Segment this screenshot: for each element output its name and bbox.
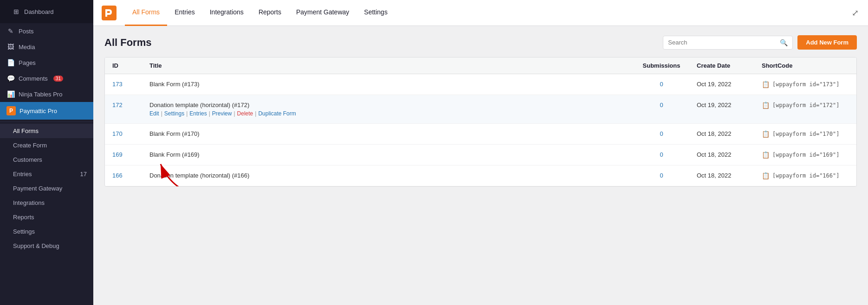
form-action-entries[interactable]: Entries — [189, 110, 207, 117]
sidebar-sub-item-support[interactable]: Support & Debug — [0, 239, 93, 253]
main-content: All Forms Entries Integrations Reports P… — [93, 0, 868, 305]
sidebar-item-posts[interactable]: ✎ Posts — [0, 23, 93, 39]
sidebar-sub-label: Integrations — [13, 199, 45, 206]
sidebar-sub-item-customers[interactable]: Customers — [0, 152, 93, 167]
sidebar-sub-item-settings[interactable]: Settings — [0, 224, 93, 239]
expand-icon[interactable]: ⤢ — [850, 6, 861, 20]
tab-payment-gateway[interactable]: Payment Gateway — [289, 0, 356, 26]
search-icon: 🔍 — [780, 39, 788, 46]
submissions-count[interactable]: 0 — [660, 130, 663, 137]
page-header-actions: 🔍 Add New Form — [663, 35, 857, 50]
form-action-settings[interactable]: Settings — [164, 110, 184, 117]
sidebar-sub-label: Support & Debug — [13, 242, 59, 249]
col-id: ID — [105, 57, 142, 74]
sidebar-item-ninja-tables[interactable]: 📊 Ninja Tables Pro — [0, 86, 93, 102]
sidebar-sub-item-payment-gateway[interactable]: Payment Gateway — [0, 181, 93, 196]
table-row: 169Blank Form (#169)0Oct 18, 2022📋[wppay… — [105, 145, 856, 165]
sidebar-sub-label: Payment Gateway — [13, 185, 62, 192]
topnav-tabs: All Forms Entries Integrations Reports P… — [125, 0, 395, 26]
submissions-count[interactable]: 0 — [660, 151, 663, 158]
paymattic-icon: P — [6, 106, 16, 115]
form-action-edit[interactable]: Edit — [149, 110, 159, 117]
shortcode-icon: 📋 — [762, 130, 770, 138]
page-title: All Forms — [104, 37, 151, 49]
sidebar-item-comments[interactable]: 💬 Comments 31 — [0, 70, 93, 86]
submissions-count[interactable]: 0 — [660, 102, 663, 108]
sidebar-sub-item-reports[interactable]: Reports — [0, 210, 93, 224]
form-action-duplicate-form[interactable]: Duplicate Form — [258, 110, 296, 117]
sidebar-item-label: Comments — [19, 75, 48, 82]
shortcode-icon: 📋 — [762, 81, 770, 88]
sidebar-item-media[interactable]: 🖼 Media — [0, 39, 93, 55]
tab-integrations[interactable]: Integrations — [202, 0, 251, 26]
action-separator: | — [209, 110, 210, 117]
forms-table: ID Title Submissions Create Date ShortCo… — [105, 57, 856, 186]
tab-all-forms[interactable]: All Forms — [125, 0, 167, 26]
tab-settings[interactable]: Settings — [356, 0, 395, 26]
shortcode-text: [wppayform id="173"] — [772, 81, 840, 88]
content-area: ID Title Submissions Create Date ShortCo… — [93, 57, 868, 305]
form-title: Donation template (horizontal) (#172) — [149, 102, 249, 108]
form-id-link[interactable]: 172 — [112, 102, 123, 108]
search-input[interactable] — [668, 39, 780, 46]
shortcode-icon: 📋 — [762, 102, 770, 109]
sidebar-divider — [0, 121, 93, 122]
media-icon: 🖼 — [6, 43, 15, 51]
create-date: Oct 19, 2022 — [689, 74, 754, 95]
submissions-count[interactable]: 0 — [660, 172, 663, 179]
submissions-count[interactable]: 0 — [660, 81, 663, 88]
form-action-preview[interactable]: Preview — [212, 110, 232, 117]
comments-icon: 💬 — [6, 75, 15, 82]
create-date: Oct 19, 2022 — [689, 95, 754, 124]
search-box[interactable]: 🔍 — [663, 36, 793, 50]
sidebar-item-pages[interactable]: 📄 Pages — [0, 55, 93, 70]
col-title: Title — [142, 57, 634, 74]
create-date: Oct 18, 2022 — [689, 124, 754, 145]
shortcode-icon: 📋 — [762, 172, 770, 179]
sidebar-sub-item-create-form[interactable]: Create Form — [0, 138, 93, 152]
form-title: Blank Form (#173) — [149, 81, 200, 88]
sidebar-top: ⊞ Dashboard — [0, 0, 93, 23]
shortcode-text: [wppayform id="166"] — [772, 172, 840, 179]
sidebar-sub-item-integrations[interactable]: Integrations — [0, 196, 93, 210]
paymattic-logo-svg — [102, 6, 117, 20]
form-id-link[interactable]: 173 — [112, 81, 123, 88]
table-row: 170Blank Form (#170)0Oct 18, 2022📋[wppay… — [105, 124, 856, 145]
form-id-link[interactable]: 166 — [112, 172, 123, 179]
col-submissions: Submissions — [634, 57, 689, 74]
form-action-delete[interactable]: Delete — [237, 110, 253, 117]
table-header-row: ID Title Submissions Create Date ShortCo… — [105, 57, 856, 74]
shortcode-icon: 📋 — [762, 151, 770, 159]
shortcode-cell: 📋[wppayform id="172"] — [762, 102, 849, 109]
page-header: All Forms 🔍 Add New Form — [93, 26, 868, 57]
form-id-link[interactable]: 169 — [112, 151, 123, 158]
sidebar: ⊞ Dashboard ✎ Posts 🖼 Media 📄 Pages 💬 Co… — [0, 0, 93, 305]
action-separator: | — [161, 110, 162, 117]
form-title: Donation template (horizontal) (#166) — [149, 172, 249, 179]
action-separator: | — [233, 110, 235, 117]
app-logo — [101, 5, 117, 21]
add-new-form-button[interactable]: Add New Form — [797, 35, 857, 50]
entries-badge: 17 — [80, 171, 87, 178]
forms-table-container: ID Title Submissions Create Date ShortCo… — [104, 57, 857, 187]
dashboard-icon: ⊞ — [12, 8, 20, 15]
sidebar-sub-label: All Forms — [13, 127, 39, 134]
sidebar-sub-label: Reports — [13, 214, 34, 221]
tab-reports[interactable]: Reports — [251, 0, 289, 26]
shortcode-text: [wppayform id="170"] — [772, 131, 840, 137]
tab-entries[interactable]: Entries — [167, 0, 202, 26]
sidebar-item-paymattic[interactable]: P Paymattic Pro — [0, 102, 93, 120]
pages-icon: 📄 — [6, 59, 15, 66]
sidebar-sub-item-all-forms[interactable]: All Forms — [0, 124, 93, 138]
sidebar-item-label: Paymattic Pro — [19, 108, 57, 114]
comments-badge: 31 — [53, 76, 63, 82]
create-date: Oct 18, 2022 — [689, 165, 754, 186]
sidebar-item-label: Dashboard — [24, 8, 54, 15]
shortcode-cell: 📋[wppayform id="173"] — [762, 81, 849, 88]
sidebar-item-label: Ninja Tables Pro — [19, 91, 62, 98]
form-id-link[interactable]: 170 — [112, 130, 123, 137]
table-row: 172Donation template (horizontal) (#172)… — [105, 95, 856, 124]
sidebar-item-dashboard[interactable]: ⊞ Dashboard — [6, 4, 88, 19]
sidebar-sub-item-entries[interactable]: Entries 17 — [0, 167, 93, 181]
shortcode-cell: 📋[wppayform id="166"] — [762, 172, 849, 179]
